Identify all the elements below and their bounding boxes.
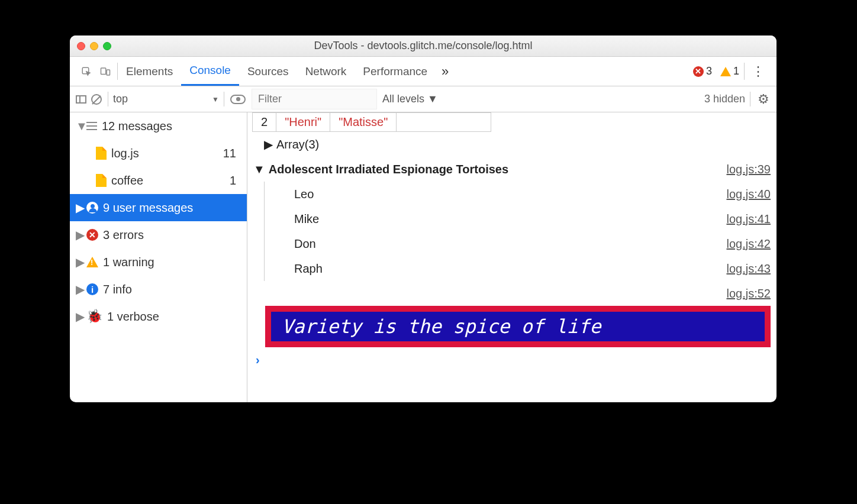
error-icon: ✕ — [86, 229, 98, 241]
console-log-entry[interactable]: Raphlog.js:43 — [264, 256, 777, 281]
levels-selector[interactable]: All levels ▼ — [376, 86, 444, 112]
sidebar-item-file-logjs[interactable]: log.js 11 — [70, 140, 247, 167]
console-filter-bar: top ▼ All levels ▼ 3 hidden ⚙ — [70, 86, 777, 112]
tab-sources[interactable]: Sources — [239, 57, 297, 86]
context-selector[interactable]: top ▼ — [108, 86, 224, 112]
sidebar-item-file-coffee[interactable]: coffee 1 — [70, 167, 247, 194]
tab-performance[interactable]: Performance — [355, 57, 436, 86]
list-icon — [86, 122, 97, 130]
table-cell-empty — [397, 113, 491, 132]
gear-icon[interactable]: ⚙ — [750, 92, 777, 107]
table-cell: "Matisse" — [330, 113, 397, 132]
sidebar-item-label: 12 messages — [102, 119, 172, 133]
console-log-entry[interactable]: Leolog.js:40 — [264, 182, 777, 206]
caret-icon: ▶ — [264, 134, 273, 154]
tab-elements[interactable]: Elements — [118, 57, 181, 86]
sidebar-item-label: coffee — [111, 174, 143, 188]
source-link[interactable]: log.js:40 — [727, 184, 771, 204]
log-text: Don — [294, 234, 316, 254]
object-label: Array(3) — [276, 134, 319, 154]
file-icon — [96, 174, 107, 187]
filter-input[interactable] — [252, 89, 376, 109]
source-link[interactable]: log.js:52 — [727, 283, 771, 303]
hidden-count[interactable]: 3 hidden — [704, 93, 750, 105]
error-count[interactable]: 3 — [706, 65, 712, 77]
sidebar-item-label: log.js — [111, 147, 139, 160]
console-log-entry[interactable]: log.js:52 — [247, 281, 777, 306]
info-icon: i — [86, 283, 98, 295]
device-icon[interactable] — [99, 66, 111, 77]
tab-network[interactable]: Network — [297, 57, 355, 86]
console-log-entry[interactable]: Mikelog.js:41 — [264, 206, 777, 231]
warning-count[interactable]: 1 — [733, 65, 739, 77]
window-title: DevTools - devtools.glitch.me/console/lo… — [70, 40, 777, 52]
console-prompt[interactable]: › — [247, 347, 777, 373]
log-text: Mike — [294, 209, 319, 229]
devtools-window: DevTools - devtools.glitch.me/console/lo… — [70, 35, 777, 402]
console-table[interactable]: 2 "Henri" "Matisse" — [252, 112, 491, 132]
warning-icon[interactable] — [720, 67, 731, 76]
table-row: 2 "Henri" "Matisse" — [253, 113, 491, 132]
sidebar-item-messages[interactable]: ▼ 12 messages — [70, 112, 247, 140]
svg-rect-1 — [101, 68, 106, 75]
styled-log: Variety is the spice of life — [265, 306, 771, 347]
sidebar-item-label: 3 errors — [103, 228, 144, 242]
sidebar-item-label: 9 user messages — [103, 201, 193, 215]
warning-icon — [86, 257, 98, 267]
sidebar-item-warnings[interactable]: ▶ 1 warning — [70, 248, 247, 276]
source-link[interactable]: log.js:43 — [727, 259, 771, 279]
source-link[interactable]: log.js:42 — [727, 234, 771, 254]
source-link[interactable]: log.js:41 — [727, 209, 771, 229]
console-sidebar: ▼ 12 messages log.js 11 coffee 1 ▶ 9 use… — [70, 112, 247, 402]
sidebar-item-count: 11 — [223, 147, 241, 160]
caret-icon: ▼ — [253, 159, 265, 179]
tab-console[interactable]: Console — [181, 57, 239, 86]
sidebar-item-user-messages[interactable]: ▶ 9 user messages — [70, 194, 247, 221]
console-log-entry[interactable]: Donlog.js:42 — [264, 231, 777, 256]
clear-console-icon[interactable] — [91, 94, 102, 105]
kebab-menu-icon[interactable]: ⋮ — [745, 57, 772, 86]
chevron-down-icon: ▼ — [212, 95, 219, 104]
source-link[interactable]: log.js:39 — [727, 159, 771, 179]
sidebar-item-info[interactable]: ▶ i 7 info — [70, 276, 247, 303]
table-cell: "Henri" — [276, 113, 330, 132]
close-icon[interactable] — [77, 42, 85, 50]
minimize-icon[interactable] — [90, 42, 98, 50]
inspect-icon[interactable] — [80, 66, 92, 77]
user-icon — [86, 202, 98, 214]
log-text: Raph — [294, 259, 323, 279]
table-cell-index: 2 — [253, 113, 276, 132]
console-object[interactable]: ▶ Array(3) — [247, 132, 777, 157]
log-text: Leo — [294, 184, 314, 204]
console-output: 2 "Henri" "Matisse" ▶ Array(3) ▼ Adolesc… — [247, 112, 777, 402]
zoom-icon[interactable] — [103, 42, 111, 50]
sidebar-item-errors[interactable]: ▶ ✕ 3 errors — [70, 221, 247, 248]
error-icon[interactable]: ✕ — [693, 66, 704, 77]
live-expression-icon[interactable] — [230, 95, 246, 104]
toggle-sidebar-icon[interactable] — [76, 95, 86, 104]
tab-strip: Elements Console Sources Network Perform… — [70, 57, 777, 86]
svg-rect-2 — [107, 70, 109, 75]
titlebar: DevTools - devtools.glitch.me/console/lo… — [70, 35, 777, 57]
file-icon — [96, 147, 107, 160]
bug-icon: 🐞 — [86, 309, 102, 324]
console-group-header[interactable]: ▼ Adolescent Irradiated Espionage Tortoi… — [247, 157, 777, 182]
sidebar-item-label: 1 warning — [103, 256, 154, 269]
context-label: top — [113, 93, 128, 105]
tabs-overflow-button[interactable]: » — [436, 57, 455, 86]
sidebar-item-count: 1 — [230, 174, 241, 188]
group-title: Adolescent Irradiated Espionage Tortoise… — [269, 159, 508, 179]
sidebar-item-label: 7 info — [103, 283, 132, 296]
sidebar-item-label: 1 verbose — [107, 310, 159, 324]
sidebar-item-verbose[interactable]: ▶ 🐞 1 verbose — [70, 303, 247, 330]
